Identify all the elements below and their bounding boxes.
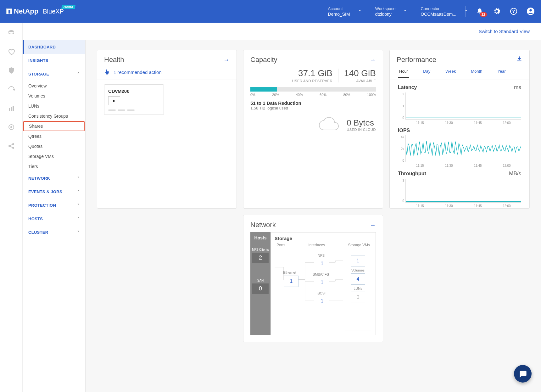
chevron-down-icon: ˅ xyxy=(77,176,80,181)
extensions-icon[interactable] xyxy=(8,123,15,131)
latency-label: Latency xyxy=(398,85,417,90)
sidebar-item-shares[interactable]: Shares xyxy=(23,121,85,131)
sidebar-cluster[interactable]: CLUSTER˅ xyxy=(23,226,85,239)
svg-point-3 xyxy=(529,9,532,12)
luns-box[interactable]: 0 xyxy=(351,292,365,303)
health-icon[interactable] xyxy=(8,48,15,55)
tab-day[interactable]: Day xyxy=(422,67,432,78)
sidebar-item-volumes[interactable]: Volumes xyxy=(23,91,85,101)
capacity-arrow-icon[interactable]: → xyxy=(370,56,376,64)
user-button[interactable] xyxy=(527,7,535,15)
nfs-clients-label: NFS Clients xyxy=(250,248,270,251)
share-icon[interactable] xyxy=(8,142,15,150)
sidebar-hosts[interactable]: HOSTS˅ xyxy=(23,212,85,226)
sidebar-events[interactable]: EVENTS & JOBS˅ xyxy=(23,185,85,199)
account-dropdown[interactable]: Account Demo_SIM ⌄ xyxy=(322,6,356,17)
recommended-action-link[interactable]: 1 recommended action xyxy=(97,67,237,80)
connector-dropdown[interactable]: Connector OCCMsaasDem... ⌄ xyxy=(414,6,463,17)
header-actions: 22 ? xyxy=(476,7,535,15)
chat-button[interactable] xyxy=(514,365,532,383)
sidebar-item-tiers[interactable]: Tiers xyxy=(23,161,85,171)
ethernet-box[interactable]: 1 xyxy=(284,276,298,287)
storage-icon[interactable] xyxy=(8,29,15,36)
hosts-title: Hosts xyxy=(250,235,270,240)
main-content: Health → 1 recommended action CDvM200 n … xyxy=(86,40,541,392)
nfs-clients-value: 2 xyxy=(252,253,269,263)
rec-text: 1 recommended action xyxy=(114,70,162,75)
analytics-icon[interactable] xyxy=(8,104,15,112)
used-label: USED AND RESERVED xyxy=(292,79,332,83)
svg-point-9 xyxy=(10,126,12,128)
sidebar-item-consistency-groups[interactable]: Consistency Groups xyxy=(23,111,85,121)
throughput-label: Throughput xyxy=(398,171,426,176)
sidebar-storage[interactable]: STORAGE˄ xyxy=(23,67,85,81)
view-switcher[interactable]: Switch to Standard View xyxy=(23,23,541,40)
sidebar-item-luns[interactable]: LUNs xyxy=(23,101,85,111)
volumes-box[interactable]: 4 xyxy=(351,273,365,285)
sync-icon[interactable] xyxy=(8,86,15,93)
health-title: Health xyxy=(104,56,124,64)
cloud-value: 0 Bytes xyxy=(347,118,376,128)
health-arrow-icon[interactable]: → xyxy=(223,56,230,64)
netapp-icon xyxy=(6,8,12,14)
network-arrow-icon[interactable]: → xyxy=(370,221,376,229)
data-reduction-sub: 1.58 TiB logical used xyxy=(243,106,383,115)
latency-chart: 210 11:1511:3011:4512:00 xyxy=(398,92,521,124)
settings-button[interactable] xyxy=(493,7,501,15)
connector-value: OCCMsaasDem... xyxy=(421,12,456,17)
throughput-unit: MB/s xyxy=(509,171,521,177)
luns-label: LUNs xyxy=(345,287,371,290)
network-hosts-col: Hosts NFS Clients 2 SAN 0 xyxy=(250,232,270,335)
perf-tabs: Hour Day Week Month Year xyxy=(390,67,529,80)
notifications-button[interactable]: 22 xyxy=(476,7,484,15)
cloud-icon xyxy=(318,117,340,132)
iops-label: IOPS xyxy=(398,128,410,133)
sidebar-dashboard[interactable]: DASHBOARD xyxy=(23,40,85,54)
sidebar-insights[interactable]: INSIGHTS xyxy=(23,54,85,67)
account-value: Demo_SIM xyxy=(328,12,350,17)
switch-view-link[interactable]: Switch to Standard View xyxy=(479,29,530,34)
download-button[interactable] xyxy=(516,56,522,64)
tab-hour[interactable]: Hour xyxy=(398,67,409,78)
cloud-usage: 0 Bytes USED IN CLOUD xyxy=(243,115,383,139)
notif-badge: 22 xyxy=(480,12,487,17)
tab-month[interactable]: Month xyxy=(470,67,483,78)
chevron-down-icon: ⌄ xyxy=(404,8,407,12)
svg-rect-7 xyxy=(13,106,14,111)
app-header: NetApp BlueXPDemo Account Demo_SIM ⌄ Wor… xyxy=(0,0,541,23)
capacity-card: Capacity → 37.1 GiB USED AND RESERVED 14… xyxy=(243,50,383,209)
smb-box[interactable]: 1 xyxy=(315,277,329,288)
san-value: 0 xyxy=(252,283,269,294)
nfs-box[interactable]: 1 xyxy=(315,258,329,269)
demo-badge: Demo xyxy=(61,5,75,9)
chevron-down-icon: ˅ xyxy=(77,230,80,235)
capacity-bar xyxy=(250,87,376,92)
workspace-dropdown[interactable]: Workspace dtzidony ⌄ xyxy=(369,6,402,17)
storage-vms-box: 1 Volumes 4 LUNs 0 xyxy=(345,250,371,331)
capacity-used: 37.1 GiB USED AND RESERVED xyxy=(292,68,332,83)
avail-value: 140 GiB xyxy=(344,68,376,78)
sidebar-item-quotas[interactable]: Quotas xyxy=(23,141,85,151)
svm-count-box[interactable]: 1 xyxy=(351,255,365,266)
ethernet-label: Ethernet xyxy=(280,271,299,274)
netapp-system-icon: n xyxy=(108,96,120,105)
netapp-logo: NetApp xyxy=(6,7,38,15)
nfs-label: NFS xyxy=(312,254,331,257)
svg-text:?: ? xyxy=(512,9,515,14)
help-button[interactable]: ? xyxy=(510,7,518,15)
network-card: Network → Hosts NFS Clients 2 SAN 0 Stor… xyxy=(243,215,383,342)
used-value: 37.1 GiB xyxy=(292,68,332,78)
sidebar-network[interactable]: NETWORK˅ xyxy=(23,171,85,185)
sidebar-item-overview[interactable]: Overview xyxy=(23,81,85,91)
shield-icon[interactable] xyxy=(8,67,15,74)
sidebar-protection[interactable]: PROTECTION˅ xyxy=(23,199,85,212)
sidebar-item-qtrees[interactable]: Qtrees xyxy=(23,131,85,141)
sidebar-item-storage-vms[interactable]: Storage VMs xyxy=(23,151,85,161)
tab-year[interactable]: Year xyxy=(496,67,507,78)
capacity-bar-fill xyxy=(250,87,277,92)
iscsi-box[interactable]: 1 xyxy=(315,296,329,307)
system-tile[interactable]: CDvM200 n xyxy=(104,84,164,115)
gear-icon xyxy=(493,8,500,15)
tab-week[interactable]: Week xyxy=(444,67,457,78)
chevron-up-icon: ˄ xyxy=(77,72,80,76)
